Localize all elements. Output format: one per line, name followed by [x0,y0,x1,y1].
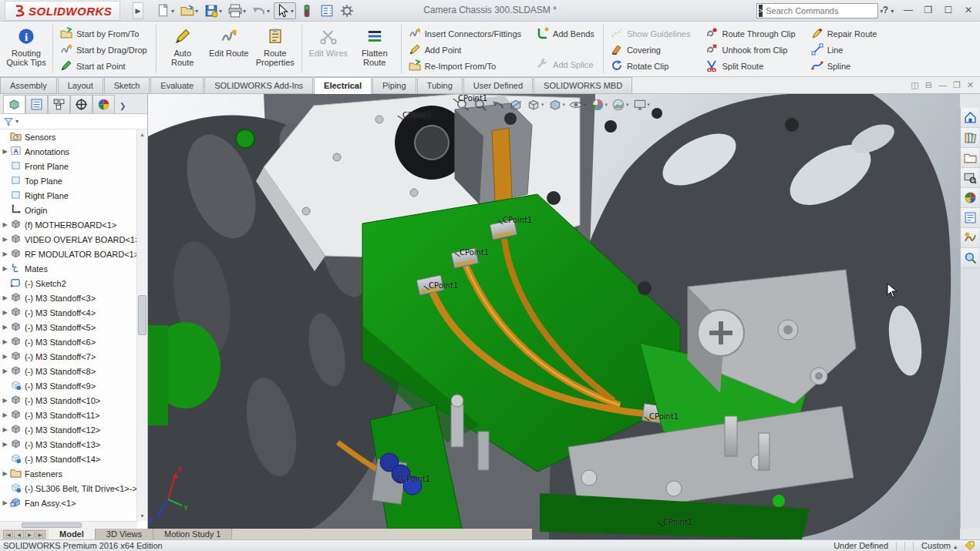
new-button[interactable]: ▾ [154,2,177,19]
tab-piping[interactable]: Piping [372,77,416,93]
split-vertical-icon[interactable]: ◫ [911,79,918,90]
tree-item[interactable]: ▶(-) M3 Standoff<10> [0,393,137,408]
add-splice-button[interactable]: Add Splice [533,56,600,72]
split-horizontal-icon[interactable]: ⊟ [925,79,932,90]
spline-button[interactable]: Spline [807,58,883,74]
previous-view-icon[interactable] [490,97,506,113]
minimize-button[interactable]: — [900,2,917,18]
task-list-button[interactable] [318,2,336,19]
solidworks-resources-icon[interactable] [961,108,979,128]
tab-assembly[interactable]: Assembly [0,77,57,93]
help-button[interactable]: ? ▾ [880,2,897,18]
tree-item[interactable]: (-) M3 Standoff<14> [0,452,137,466]
add-bends-button[interactable]: Add Bends [533,25,600,42]
tree-item[interactable]: Front Plane [0,159,137,173]
expand-arrow[interactable]: ▶ [0,368,10,375]
insert-connectors-fittings-button[interactable]: Insert Connectors/Fittings [405,25,527,42]
route-through-clip-button[interactable]: Route Through Clip [702,25,800,42]
configuration-selector[interactable]: Custom▴ [921,541,957,550]
expand-arrow[interactable]: ▶ [0,250,10,257]
line-button[interactable]: Line [807,42,883,58]
tree-vertical-scrollbar[interactable]: ▲ ▼ [136,129,147,521]
edit-route-button[interactable]: Edit Route [207,24,251,74]
display-style-icon[interactable]: ▾ [547,97,567,113]
expand-arrow[interactable]: ▶ [0,499,10,506]
select-button[interactable]: ▾ [274,2,296,19]
maximize-button[interactable]: ☐ [940,2,957,18]
section-view-icon[interactable] [508,97,524,113]
tree-item[interactable]: Right Plane [0,188,137,203]
zoom-to-fit-icon[interactable] [455,97,470,113]
tree-item[interactable]: ▶AAnnotations [0,144,137,159]
graphics-viewport[interactable]: X Z Y ▾▾▾▾▾▾ CPoint1CPoint1CPoint1CPoint… [148,94,960,539]
tree-hscroll-thumb[interactable] [22,522,82,528]
menu-flyout-arrow[interactable]: ▶ [133,2,143,19]
tree-item[interactable]: ▶(-) M3 Standoff<3> [0,291,137,305]
scroll-up-arrow[interactable]: ▲ [137,129,147,139]
close-button[interactable]: ✕ [960,2,977,18]
last-tab-button[interactable]: ▶| [35,530,45,539]
edit-wires-button[interactable]: Edit Wires [306,24,351,74]
tree-item[interactable]: ▶(-) M3 Standoff<11> [0,408,137,422]
tree-horizontal-scrollbar[interactable] [0,521,137,529]
tab-model[interactable]: Model [49,529,96,539]
tab-solidworks-mbd[interactable]: SOLIDWORKS MBD [534,77,632,93]
covering-button[interactable]: Covering [607,42,696,58]
tree-item[interactable]: (-) SL306 Belt, Tilt Drive<1>-> * [0,481,137,496]
tree-scroll-thumb[interactable] [138,295,146,335]
split-route-button[interactable]: Split Route [702,58,800,74]
tab-sketch[interactable]: Sketch [104,77,150,93]
unhook-from-clip-button[interactable]: Unhook from Clip [702,42,800,58]
tab-user-defined[interactable]: User Defined [463,77,533,93]
tree-item[interactable]: ▶(-) M3 Standoff<8> [0,364,137,378]
design-library-icon[interactable] [961,128,979,148]
appearances-scenes-icon[interactable] [961,188,979,208]
start-at-point-button[interactable]: Start at Point [56,58,153,74]
next-tab-button[interactable]: ▶ [25,530,35,539]
scroll-down-arrow[interactable]: ▼ [137,511,147,521]
rotate-clip-button[interactable]: Rotate Clip [607,58,696,74]
expand-arrow[interactable]: ▶ [0,221,10,228]
property-manager-tab[interactable] [25,95,48,113]
configuration-manager-tab[interactable] [48,95,70,113]
tab-3d-views[interactable]: 3D Views [96,529,153,539]
expand-arrow[interactable]: ▶ [0,353,10,360]
auto-route-button[interactable]: Auto Route [160,24,205,74]
expand-arrow[interactable]: ▶ [0,309,10,316]
save-button[interactable]: ▾ [202,2,224,19]
tree-item[interactable]: ▶Fan Assy.<1> [0,496,137,510]
tree-item[interactable]: ▶Fasteners [0,466,137,481]
search-commands[interactable]: > ▾ [756,3,878,18]
tree-item[interactable]: ▶RF MODULATOR BOARD<1> [0,247,137,261]
doc-restore-icon[interactable]: ❐ [953,79,961,90]
tree-filter-row[interactable]: ▾ [0,114,147,129]
expand-arrow[interactable]: ▶ [0,397,10,404]
tree-item[interactable]: ▶(-) M3 Standoff<6> [0,334,137,349]
flatten-route-button[interactable]: Flatten Route [352,24,397,74]
tree-item[interactable]: ▶(f) MOTHERBOARD<1> [0,217,137,232]
custom-properties-icon[interactable] [961,208,979,228]
prev-tab-button[interactable]: ◀ [14,530,24,539]
show-guidelines-button[interactable]: Show Guidelines [607,25,696,42]
tree-item[interactable]: ▶(-) M3 Standoff<5> [0,320,137,334]
tree-item[interactable]: Top Plane [0,173,137,188]
expand-arrow[interactable]: ▶ [0,338,10,345]
doc-close-icon[interactable]: ✕ [967,79,974,90]
zoom-to-area-icon[interactable] [473,97,488,113]
tree-item[interactable]: ▶(-) M3 Standoff<12> [0,422,137,437]
tree-item[interactable]: (-) Sketch2 [0,276,137,291]
restore-button[interactable]: ❐ [920,2,937,18]
apply-scene-icon[interactable]: ▾ [611,97,630,113]
expand-arrow[interactable]: ▶ [0,412,10,418]
view-settings-icon[interactable]: ▾ [632,97,652,113]
forum-icon[interactable] [961,248,979,268]
routing-library-icon[interactable] [961,228,979,248]
repair-route-button[interactable]: Repair Route [807,25,883,42]
file-explorer-icon[interactable] [961,148,979,168]
expand-arrow[interactable]: ▶ [0,470,10,477]
expand-arrow[interactable]: ▶ [0,441,10,448]
tab-evaluate[interactable]: Evaluate [150,77,204,93]
configuration-caret[interactable]: ▴ [954,543,957,550]
panel-expand-chevron[interactable]: ❯ [120,102,126,113]
open-button[interactable]: ▾ [178,2,200,19]
